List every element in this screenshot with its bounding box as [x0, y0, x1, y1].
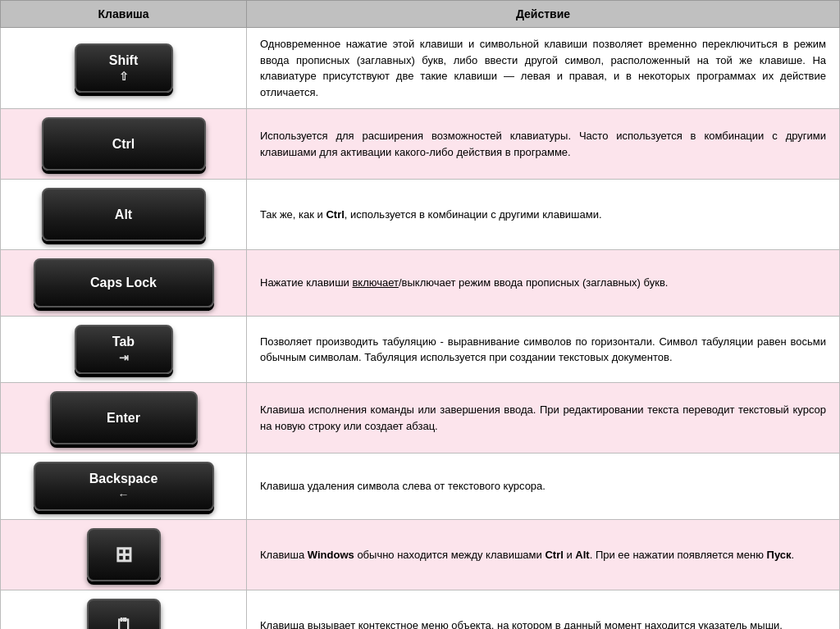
desc-text-menu: Клавиша вызывает контекстное меню объект…: [260, 619, 783, 629]
desc-cell-backspace: Клавиша удаления символа слева от тексто…: [247, 454, 840, 520]
key-cell-alt: Alt: [1, 180, 247, 250]
desc-text-shift: Одновременное нажатие этой клавиши и сим…: [260, 38, 826, 98]
key-label-capslock: Caps Lock: [90, 276, 157, 290]
key-cell-ctrl: Ctrl: [1, 109, 247, 180]
key-label-alt: Alt: [115, 207, 132, 222]
key-cell-backspace: Backspace ←: [1, 454, 247, 520]
desc-text-tab: Позволяет производить табуляцию - выравн…: [260, 335, 826, 364]
table-row: ⊞ Клавиша Windows обычно находится между…: [1, 520, 840, 590]
col-header-key: Клавиша: [1, 1, 247, 28]
desc-text-win-1: Клавиша: [260, 549, 308, 561]
desc-text-backspace: Клавиша удаления символа слева от тексто…: [260, 480, 546, 492]
key-button-shift: Shift ⇧: [75, 43, 173, 93]
table-row: Enter Клавиша исполнения команды или зав…: [1, 383, 840, 454]
desc-text-caps-1: Нажатие клавиши: [260, 276, 352, 289]
desc-cell-ctrl: Используется для расширения возможностей…: [247, 109, 840, 180]
desc-cell-menu: Клавиша вызывает контекстное меню объект…: [247, 590, 840, 630]
key-button-enter: Enter: [50, 391, 198, 444]
key-label-ctrl: Ctrl: [112, 137, 135, 152]
key-cell-menu: 🗒: [1, 590, 247, 630]
key-button-menu: 🗒: [87, 599, 161, 629]
key-button-tab: Tab ⇥: [75, 325, 173, 374]
key-cell-capslock: Caps Lock: [1, 250, 247, 317]
desc-underline-caps: включает: [352, 276, 399, 289]
desc-text-alt-2: , используется в комбинации с другими кл…: [345, 208, 602, 221]
key-button-alt: Alt: [42, 188, 206, 241]
key-cell-windows: ⊞: [1, 520, 247, 590]
key-button-capslock: Caps Lock: [34, 258, 214, 308]
key-cell-enter: Enter: [1, 383, 247, 454]
desc-bold-pusk: Пуск: [767, 549, 792, 561]
table-row: Ctrl Используется для расширения возможн…: [1, 109, 840, 180]
key-label-tab: Tab: [112, 335, 135, 349]
table-row: Alt Так же, как и Ctrl, используется в к…: [1, 180, 840, 250]
desc-text-alt-1: Так же, как и: [260, 208, 326, 221]
table-row: Backspace ← Клавиша удаления символа сле…: [1, 454, 840, 520]
table-row: Caps Lock Нажатие клавиши включает/выклю…: [1, 250, 840, 317]
key-label-backspace: Backspace: [89, 472, 158, 486]
key-icon-menu: 🗒: [115, 615, 133, 630]
desc-text-win-3: и: [564, 549, 576, 561]
desc-cell-tab: Позволяет производить табуляцию - выравн…: [247, 317, 840, 383]
desc-bold-ctrl: Ctrl: [326, 208, 344, 221]
table-row: Tab ⇥ Позволяет производить табуляцию - …: [1, 317, 840, 383]
key-button-ctrl: Ctrl: [42, 117, 206, 171]
key-icon-windows: ⊞: [115, 542, 133, 567]
desc-bold-alt: Alt: [575, 549, 589, 561]
desc-cell-capslock: Нажатие клавиши включает/выключает режим…: [247, 250, 840, 317]
key-button-windows: ⊞: [87, 528, 161, 581]
desc-cell-shift: Одновременное нажатие этой клавиши и сим…: [247, 28, 840, 109]
table-row: 🗒 Клавиша вызывает контекстное меню объе…: [1, 590, 840, 630]
desc-bold-win: Windows: [308, 549, 354, 561]
key-label-enter: Enter: [107, 411, 140, 426]
col-header-action: Действие: [247, 1, 840, 28]
desc-bold-ctrl2: Ctrl: [545, 549, 563, 561]
desc-text-caps-2: /выключает режим ввода прописных (заглав…: [399, 276, 668, 289]
key-cell-tab: Tab ⇥: [1, 317, 247, 383]
desc-cell-windows: Клавиша Windows обычно находится между к…: [247, 520, 840, 590]
desc-cell-enter: Клавиша исполнения команды или завершени…: [247, 383, 840, 454]
key-icon-shift: ⇧: [119, 70, 129, 83]
table-row: Shift ⇧ Одновременное нажатие этой клави…: [1, 28, 840, 109]
key-button-backspace: Backspace ←: [34, 462, 214, 511]
key-label-shift: Shift: [109, 53, 139, 68]
desc-text-win-4: . При ее нажатии появляется меню: [590, 549, 767, 561]
key-icon-backspace: ←: [118, 488, 130, 501]
desc-text-win-2: обычно находится между клавишами: [354, 549, 546, 561]
key-cell-shift: Shift ⇧: [1, 28, 247, 109]
desc-text-enter: Клавиша исполнения команды или завершени…: [260, 403, 826, 432]
desc-cell-alt: Так же, как и Ctrl, используется в комби…: [247, 180, 840, 250]
desc-text-win-5: .: [792, 549, 795, 561]
key-icon-tab: ⇥: [119, 351, 129, 364]
desc-text-ctrl: Используется для расширения возможностей…: [260, 130, 826, 158]
